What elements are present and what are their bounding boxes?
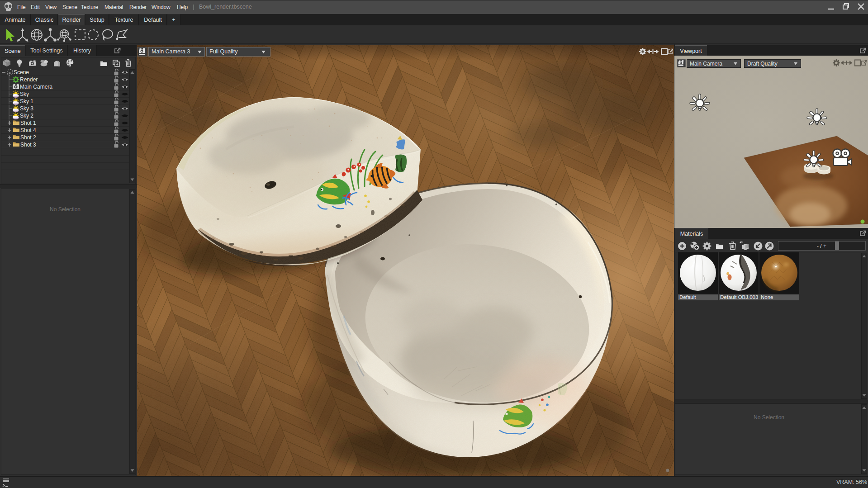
- svg-text:Sky 3: Sky 3: [20, 105, 33, 112]
- svg-text:Shot 1: Shot 1: [20, 120, 36, 126]
- svg-text:Shot 2: Shot 2: [20, 134, 36, 141]
- svg-text:Sky 1: Sky 1: [20, 98, 33, 104]
- svg-text:Render: Render: [20, 76, 38, 83]
- svg-text:Main Camera: Main Camera: [20, 84, 52, 90]
- svg-text:Sky 2: Sky 2: [20, 113, 33, 119]
- svg-text:Scene: Scene: [14, 69, 29, 76]
- svg-text:Shot 3: Shot 3: [20, 142, 36, 148]
- svg-text:Sky: Sky: [20, 91, 29, 97]
- svg-text:Shot 4: Shot 4: [20, 127, 36, 133]
